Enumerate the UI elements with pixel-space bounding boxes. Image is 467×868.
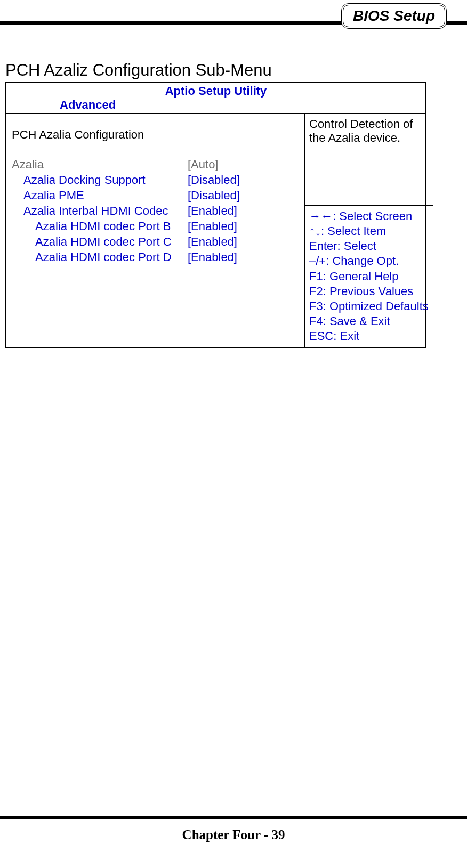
key-help-list: →←: Select Screen ↑↓: Select Item Enter:…: [305, 206, 433, 347]
option-value: [Disabled]: [188, 172, 299, 188]
option-label: Azalia HDMI codec Port D: [12, 249, 188, 265]
section-heading: PCH Azaliz Configuration Sub-Menu: [5, 61, 272, 80]
option-value: [Enabled]: [188, 249, 299, 265]
option-value: [Auto]: [188, 157, 299, 172]
key-help-line: F2: Previous Values: [309, 284, 429, 299]
option-row[interactable]: Azalia HDMI codec Port B [Enabled]: [12, 218, 299, 234]
option-row[interactable]: Azalia HDMI codec Port D [Enabled]: [12, 249, 299, 265]
option-label: Azalia HDMI codec Port B: [12, 218, 188, 234]
key-help-line: F4: Save & Exit: [309, 314, 429, 329]
key-help-line: →←: Select Screen: [309, 209, 429, 224]
option-value: [Enabled]: [188, 218, 299, 234]
bios-help-panel: Control Detection of the Azalia device. …: [305, 114, 433, 347]
config-title: PCH Azalia Configuration: [12, 128, 299, 142]
option-label: Azalia: [12, 157, 188, 172]
key-help-line: F1: General Help: [309, 269, 429, 284]
option-label: Azalia Interbal HDMI Codec: [12, 203, 188, 218]
option-value: [Enabled]: [188, 234, 299, 249]
bios-table-header: Aptio Setup Utility Advanced: [6, 83, 425, 114]
page: BIOS Setup PCH Azaliz Configuration Sub-…: [0, 0, 467, 868]
option-row[interactable]: Azalia [Auto]: [12, 157, 299, 172]
bios-table-body: PCH Azalia Configuration Azalia [Auto] A…: [6, 114, 425, 347]
key-help-line: –/+: Change Opt.: [309, 254, 429, 269]
key-help-line: ↑↓: Select Item: [309, 224, 429, 239]
option-value: [Disabled]: [188, 188, 299, 203]
option-label: Azalia PME: [12, 188, 188, 203]
option-row[interactable]: Azalia PME [Disabled]: [12, 188, 299, 203]
option-label: Azalia Docking Support: [12, 172, 188, 188]
key-help-line: F3: Optimized Defaults: [309, 299, 429, 314]
tab-advanced[interactable]: Advanced: [6, 98, 425, 113]
option-value: [Enabled]: [188, 203, 299, 218]
bios-table: Aptio Setup Utility Advanced PCH Azalia …: [5, 82, 426, 348]
bios-setup-badge: BIOS Setup: [341, 3, 447, 29]
option-help-text: Control Detection of the Azalia device.: [305, 114, 433, 206]
key-help-line: ESC: Exit: [309, 329, 429, 344]
option-row[interactable]: Azalia Interbal HDMI Codec [Enabled]: [12, 203, 299, 218]
option-label: Azalia HDMI codec Port C: [12, 234, 188, 249]
option-row[interactable]: Azalia Docking Support [Disabled]: [12, 172, 299, 188]
key-help-line: Enter: Select: [309, 239, 429, 254]
utility-title: Aptio Setup Utility: [6, 83, 425, 98]
option-row[interactable]: Azalia HDMI codec Port C [Enabled]: [12, 234, 299, 249]
bottom-divider: [0, 816, 467, 819]
page-footer: Chapter Four - 39: [0, 828, 467, 842]
bios-options-panel: PCH Azalia Configuration Azalia [Auto] A…: [6, 114, 305, 347]
